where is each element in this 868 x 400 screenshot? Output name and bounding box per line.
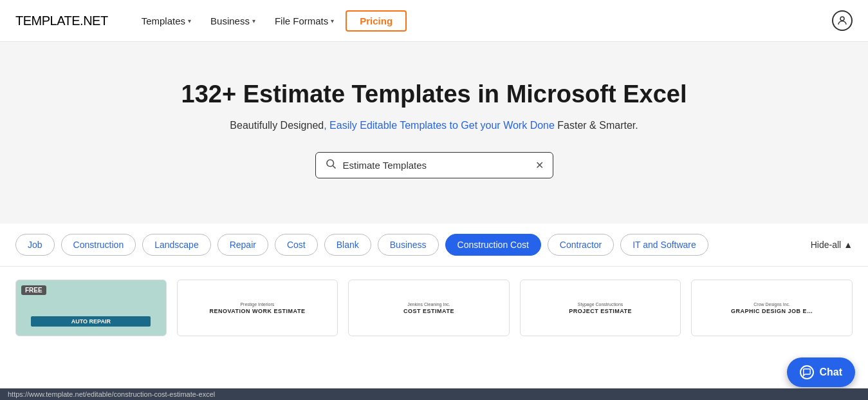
chip-job[interactable]: Job — [15, 234, 55, 256]
free-badge: FREE — [21, 285, 46, 295]
chip-contractor[interactable]: Contractor — [548, 234, 614, 256]
nav-business-label: Business — [210, 15, 250, 26]
svg-point-1 — [327, 160, 334, 167]
chip-it-software[interactable]: IT and Software — [620, 234, 708, 256]
main-nav: Templates ▾ Business ▾ File Formats ▾ Pr… — [134, 10, 832, 32]
svg-line-2 — [333, 166, 335, 168]
chip-business[interactable]: Business — [378, 234, 439, 256]
search-icon — [325, 158, 337, 173]
svg-point-0 — [840, 17, 844, 21]
chip-construction-cost[interactable]: Construction Cost — [445, 234, 541, 256]
header: TEMPLATE.NET Templates ▾ Business ▾ File… — [0, 0, 868, 42]
card-2-header: Prestige Interiors — [240, 302, 274, 307]
subtitle-plain1: Beautifully Designed — [230, 120, 324, 131]
card-4-title: PROJECT ESTIMATE — [569, 308, 632, 314]
card-4[interactable]: Stypage Constructions PROJECT ESTIMATE — [520, 280, 681, 336]
search-input[interactable] — [343, 160, 529, 171]
nav-file-formats[interactable]: File Formats ▾ — [267, 12, 342, 30]
card-5-title: GRAPHIC DESIGN JOB E… — [731, 308, 813, 314]
chevron-down-icon: ▾ — [331, 17, 334, 24]
hide-all-label: Hide-all — [811, 240, 841, 250]
logo-bold: TEMPLATE — [15, 14, 80, 28]
chevron-up-icon: ▲ — [844, 240, 853, 250]
search-bar[interactable]: ✕ — [315, 152, 553, 178]
logo-light: .NET — [80, 14, 108, 28]
filter-row: Job Construction Landscape Repair Cost B… — [0, 224, 868, 267]
nav-templates-label: Templates — [142, 15, 185, 26]
chip-cost[interactable]: Cost — [275, 234, 318, 256]
card-4-header: Stypage Constructions — [578, 302, 623, 307]
nav-file-formats-label: File Formats — [275, 15, 328, 26]
card-2-title: RENOVATION WORK ESTIMATE — [209, 308, 305, 314]
card-5-header: Crow Designs Inc. — [753, 302, 790, 307]
nav-business[interactable]: Business ▾ — [203, 12, 263, 30]
clear-icon[interactable]: ✕ — [535, 159, 544, 171]
hero-subtitle: Beautifully Designed, Easily Editable Te… — [13, 120, 855, 131]
header-right — [832, 10, 853, 31]
card-3-title: COST ESTIMATE — [403, 308, 454, 314]
nav-templates[interactable]: Templates ▾ — [134, 12, 199, 30]
chevron-down-icon: ▾ — [252, 17, 255, 24]
logo[interactable]: TEMPLATE.NET — [15, 14, 108, 28]
chip-blank[interactable]: Blank — [324, 234, 371, 256]
cards-area: FREE AUTO REPAIR Prestige Interiors RENO… — [0, 267, 868, 336]
hero-title: 132+ Estimate Templates in Microsoft Exc… — [13, 81, 855, 108]
card-3[interactable]: Jenkins Cleaning Inc. COST ESTIMATE — [348, 280, 510, 336]
account-icon[interactable] — [832, 10, 853, 31]
subtitle-plain2: Faster & Smarter. — [555, 120, 638, 131]
chip-repair[interactable]: Repair — [217, 234, 268, 256]
hero-section: 132+ Estimate Templates in Microsoft Exc… — [0, 42, 868, 224]
hide-all-button[interactable]: Hide-all ▲ — [811, 240, 853, 250]
card-5[interactable]: Crow Designs Inc. GRAPHIC DESIGN JOB E… — [691, 280, 853, 336]
chevron-down-icon: ▾ — [188, 17, 191, 24]
chip-construction[interactable]: Construction — [61, 234, 136, 256]
card-1[interactable]: FREE AUTO REPAIR — [15, 280, 167, 336]
chip-landscape[interactable]: Landscape — [142, 234, 211, 256]
card-2[interactable]: Prestige Interiors RENOVATION WORK ESTIM… — [177, 280, 338, 336]
pricing-button[interactable]: Pricing — [346, 10, 407, 32]
auto-repair-label: AUTO REPAIR — [31, 316, 151, 327]
card-3-header: Jenkins Cleaning Inc. — [407, 302, 450, 307]
subtitle-highlight: , Easily Editable Templates to Get your … — [324, 120, 555, 131]
